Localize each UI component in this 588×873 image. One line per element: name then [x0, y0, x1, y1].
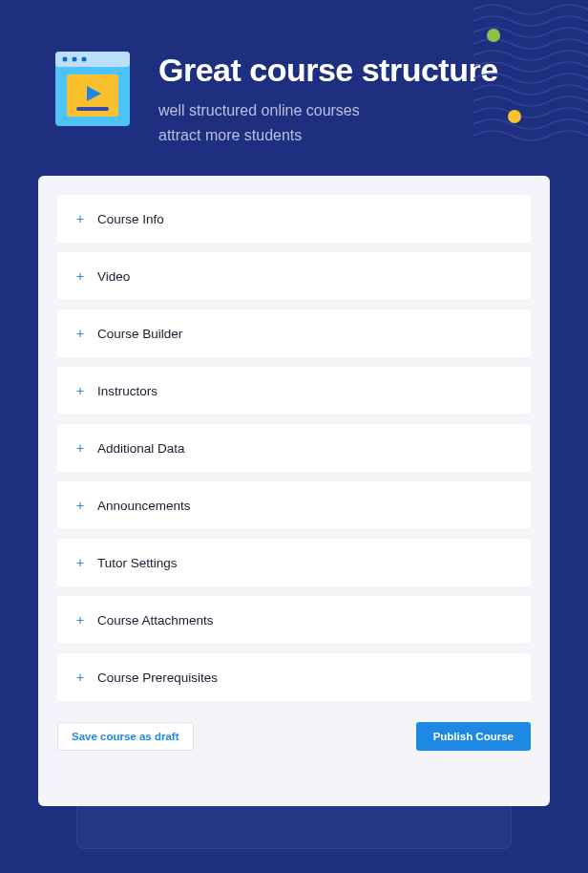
plus-icon: + [74, 326, 86, 341]
plus-icon: + [74, 498, 86, 513]
section-tutor-settings[interactable]: + Tutor Settings [57, 539, 531, 586]
svg-point-3 [73, 57, 77, 62]
plus-icon: + [74, 211, 86, 226]
section-announcements[interactable]: + Announcements [57, 481, 531, 529]
section-additional-data[interactable]: + Additional Data [57, 424, 531, 472]
decoration-dot-yellow [508, 110, 521, 123]
section-label: Course Attachments [97, 613, 214, 628]
plus-icon: + [74, 440, 86, 456]
video-player-icon [55, 52, 130, 126]
section-label: Tutor Settings [97, 556, 178, 570]
section-course-attachments[interactable]: + Course Attachments [57, 596, 531, 644]
svg-rect-6 [76, 107, 109, 111]
save-draft-button[interactable]: Save course as draft [57, 722, 194, 751]
plus-icon: + [74, 383, 86, 398]
svg-point-4 [82, 57, 87, 62]
section-course-info[interactable]: + Course Info [57, 195, 531, 243]
section-instructors[interactable]: + Instructors [57, 367, 531, 415]
svg-point-2 [63, 57, 68, 62]
section-course-prerequisites[interactable]: + Course Prerequisites [57, 653, 531, 701]
section-label: Course Info [97, 212, 164, 226]
plus-icon: + [74, 268, 86, 284]
section-label: Announcements [97, 499, 191, 513]
page-title: Great course structure [158, 52, 498, 89]
section-label: Course Builder [97, 327, 182, 341]
plus-icon: + [74, 612, 86, 628]
plus-icon: + [74, 555, 86, 570]
section-label: Video [97, 269, 130, 284]
page-header: Great course structure well structured o… [0, 0, 588, 176]
course-settings-panel: + Course Info + Video + Course Builder +… [38, 176, 550, 806]
plus-icon: + [74, 670, 86, 685]
form-actions: Save course as draft Publish Course [57, 722, 531, 751]
section-label: Additional Data [97, 441, 185, 456]
page-subtitle: well structured online courses attract m… [158, 98, 498, 147]
publish-button[interactable]: Publish Course [416, 722, 531, 751]
section-course-builder[interactable]: + Course Builder [57, 309, 531, 357]
section-video[interactable]: + Video [57, 252, 531, 300]
decoration-dot-green [487, 29, 500, 42]
section-label: Instructors [97, 384, 158, 398]
accordion-list: + Course Info + Video + Course Builder +… [57, 195, 531, 711]
panel-shadow-decoration [76, 792, 512, 849]
section-label: Course Prerequisites [97, 671, 218, 685]
